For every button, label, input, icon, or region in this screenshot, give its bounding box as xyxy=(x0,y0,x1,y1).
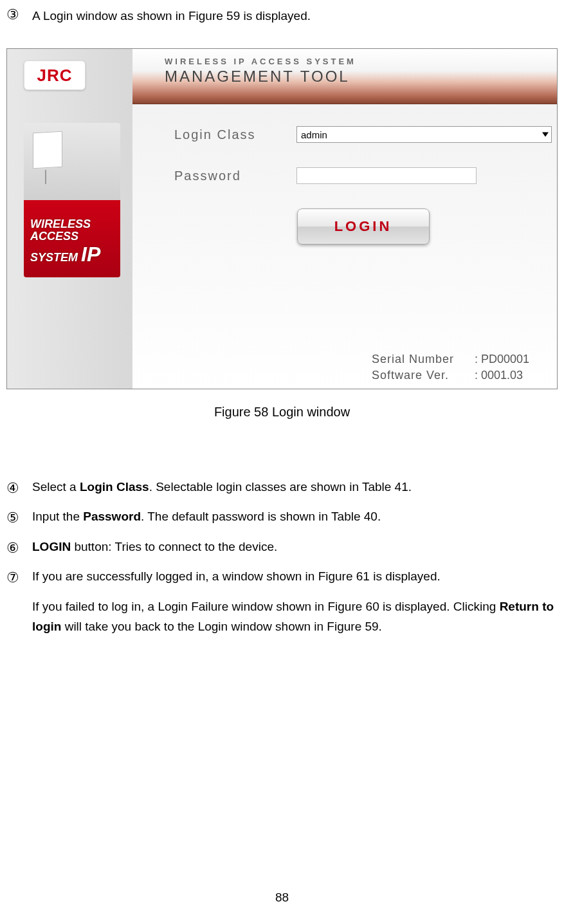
step-4-prefix: Select a xyxy=(32,480,80,494)
step-list: ④ Select a Login Class. Selectable login… xyxy=(6,477,558,636)
header-subtitle: WIRELESS IP ACCESS SYSTEM xyxy=(165,57,557,66)
header: WIRELESS IP ACCESS SYSTEM MANAGEMENT TOO… xyxy=(132,49,557,104)
intro-marker: ③ xyxy=(6,6,32,26)
login-button[interactable]: LOGIN xyxy=(297,208,430,245)
cont-prefix: If you failed to log in, a Login Failure… xyxy=(32,600,500,613)
step-7-text: If you are successfully logged in, a win… xyxy=(32,569,441,583)
sidebar-text-l2: ACCESS SYSTEM xyxy=(30,230,78,264)
step-5-bold: Password xyxy=(83,510,141,523)
login-class-row: Login Class admin xyxy=(174,126,552,143)
password-row: Password xyxy=(174,167,552,184)
header-title: MANAGEMENT TOOL xyxy=(165,68,557,86)
step-6-bold: LOGIN xyxy=(32,540,71,553)
step-4: ④ Select a Login Class. Selectable login… xyxy=(6,477,558,499)
step-5-suffix: . The default password is shown in Table… xyxy=(141,510,381,523)
step-6-marker: ⑥ xyxy=(6,537,32,559)
page-number: 88 xyxy=(0,891,564,905)
antenna-icon xyxy=(33,131,62,169)
figure-caption: Figure 58 Login window xyxy=(0,405,564,420)
step-5-prefix: Input the xyxy=(32,510,83,523)
login-class-label: Login Class xyxy=(174,127,296,142)
step-7-continuation: If you failed to log in, a Login Failure… xyxy=(32,596,558,637)
serial-value: : PD00001 xyxy=(475,351,552,367)
chevron-down-icon xyxy=(542,133,549,137)
step-6-suffix: button: Tries to connect to the device. xyxy=(71,540,277,553)
password-label: Password xyxy=(174,169,296,183)
sidebar-card: WIRELESS ACCESS SYSTEM IP xyxy=(24,123,120,277)
step-4-marker: ④ xyxy=(6,477,32,499)
login-class-value: admin xyxy=(301,129,327,140)
login-class-select[interactable]: admin xyxy=(296,126,552,143)
password-input[interactable] xyxy=(296,167,477,184)
step-4-suffix: . Selectable login classes are shown in … xyxy=(149,480,412,494)
intro-step: ③ A Login window as shown in Figure 59 i… xyxy=(6,6,558,26)
softver-label: Software Ver. xyxy=(372,367,475,383)
device-info: Serial Number : PD00001 Software Ver. : … xyxy=(372,351,552,383)
step-7-marker: ⑦ xyxy=(6,567,32,589)
serial-label: Serial Number xyxy=(372,351,475,367)
login-window-screenshot: JRC WIRELESS ACCESS SYSTEM IP WIRELESS I… xyxy=(6,48,558,389)
sidebar: JRC WIRELESS ACCESS SYSTEM IP xyxy=(7,49,132,389)
step-6: ⑥ LOGIN button: Tries to connect to the … xyxy=(6,537,558,559)
step-7: ⑦ If you are successfully logged in, a w… xyxy=(6,567,558,589)
step-4-bold: Login Class xyxy=(80,480,149,494)
sidebar-text-big: IP xyxy=(81,243,100,266)
step-5-marker: ⑤ xyxy=(6,507,32,529)
sidebar-text-l1: WIRELESS xyxy=(30,218,91,231)
sidebar-card-text: WIRELESS ACCESS SYSTEM IP xyxy=(30,218,120,266)
step-5: ⑤ Input the Password. The default passwo… xyxy=(6,507,558,529)
softver-value: : 0001.03 xyxy=(475,367,552,383)
jrc-logo: JRC xyxy=(24,60,86,90)
login-form: Login Class admin Password LOGIN xyxy=(174,126,552,245)
cont-suffix: will take you back to the Login window s… xyxy=(61,620,382,633)
intro-text: A Login window as shown in Figure 59 is … xyxy=(32,6,558,26)
